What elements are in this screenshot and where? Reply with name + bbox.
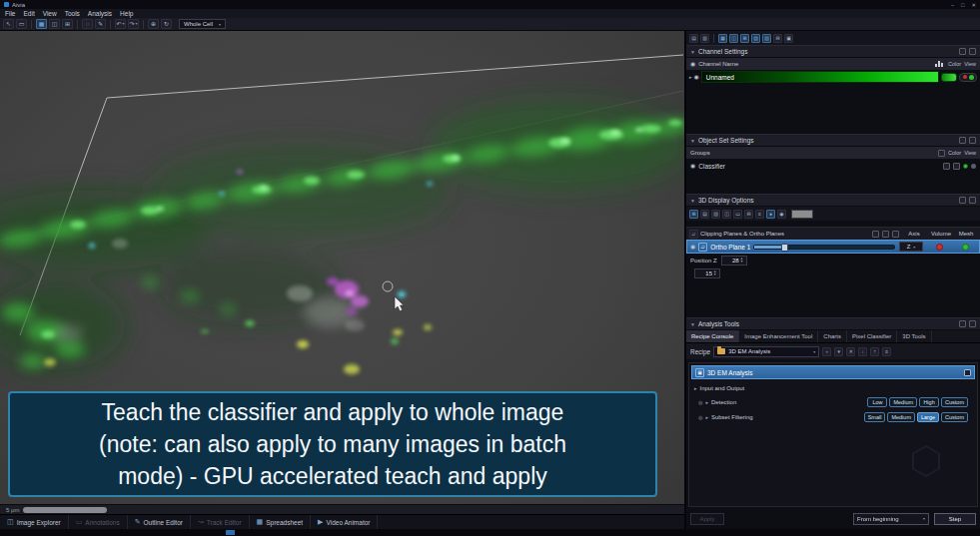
ortho-position-slider[interactable] bbox=[753, 245, 895, 250]
menu-tools[interactable]: Tools bbox=[65, 10, 80, 17]
lighting-icon[interactable]: ● bbox=[766, 210, 775, 219]
detection-low-button[interactable]: Low bbox=[867, 397, 887, 407]
subset-filtering-row[interactable]: ◎ ▸ Subset Filtering Small Medium Large … bbox=[689, 409, 977, 424]
pin-icon[interactable] bbox=[959, 197, 966, 204]
spinner-arrows-icon[interactable]: ▲▼ bbox=[740, 258, 743, 264]
subset-medium-button[interactable]: Medium bbox=[887, 412, 915, 422]
remove-plane-icon[interactable] bbox=[882, 231, 889, 238]
panel-list-icon[interactable]: ▤ bbox=[689, 34, 698, 43]
minimize-button[interactable]: – bbox=[951, 2, 954, 8]
classifier-color-swatch[interactable] bbox=[963, 164, 968, 169]
recipe-menu-icon[interactable]: ≡ bbox=[882, 347, 891, 356]
axis-dropdown[interactable]: Z▾ bbox=[899, 242, 923, 252]
group-options-icon[interactable] bbox=[938, 150, 945, 157]
object-set-settings-header[interactable]: ▼ Object Set Settings bbox=[686, 134, 980, 147]
expander-icon[interactable]: ▸ bbox=[705, 399, 708, 405]
quad-view-icon[interactable]: ⊞ bbox=[62, 19, 73, 29]
thickness-input[interactable] bbox=[696, 270, 712, 276]
delete-recipe-icon[interactable]: ✕ bbox=[846, 347, 855, 356]
layout-6-icon[interactable]: ⊟ bbox=[773, 34, 782, 43]
position-spinner[interactable]: ▲▼ bbox=[721, 256, 747, 266]
viewport-3d[interactable]: Teach the classifier and apply to whole … bbox=[0, 31, 684, 504]
from-beginning-dropdown[interactable]: From beginning ▾ bbox=[853, 513, 929, 525]
spinner-arrows-icon[interactable]: ▲▼ bbox=[713, 270, 716, 276]
display-options-header[interactable]: ▼ 3D Display Options bbox=[686, 194, 980, 207]
subset-large-button[interactable]: Large bbox=[917, 412, 939, 422]
statusbar-image-explorer[interactable]: ◫Image Explorer bbox=[0, 515, 69, 529]
tab-pixel-classifier[interactable]: Pixel Classifier bbox=[847, 330, 897, 342]
statusbar-track-editor[interactable]: ↝Track Editor bbox=[191, 515, 250, 529]
pin-icon[interactable] bbox=[959, 137, 966, 144]
thickness-spinner[interactable]: ▲▼ bbox=[694, 268, 720, 278]
detection-mode-dropdown[interactable]: Whole Cell ▾ bbox=[179, 19, 226, 29]
input-output-row[interactable]: ▸ Input and Output bbox=[689, 381, 977, 394]
statusbar-outline-editor[interactable]: ✎Outline Editor bbox=[128, 515, 191, 529]
volume-toggle[interactable] bbox=[936, 244, 943, 251]
detection-custom-button[interactable]: Custom bbox=[941, 397, 968, 407]
popout-icon[interactable] bbox=[969, 48, 976, 55]
subset-custom-button[interactable]: Custom bbox=[941, 412, 968, 422]
import-recipe-icon[interactable]: ↓ bbox=[858, 347, 867, 356]
detection-row[interactable]: ◎ ▸ Detection Low Medium High Custom bbox=[689, 394, 977, 409]
eye-all-icon[interactable]: ◉ bbox=[690, 61, 695, 67]
channel-settings-header[interactable]: ▼ Channel Settings bbox=[686, 45, 980, 58]
render-mode-icon[interactable]: ⊞ bbox=[689, 210, 698, 219]
menu-help[interactable]: Help bbox=[120, 10, 133, 17]
redo-icon[interactable]: ↷▾ bbox=[128, 19, 139, 29]
popout-icon[interactable] bbox=[969, 320, 976, 327]
rect-select-tool-icon[interactable]: ▭ bbox=[16, 19, 27, 29]
subset-small-button[interactable]: Small bbox=[864, 412, 886, 422]
clip-plane-icon[interactable]: ▭ bbox=[733, 210, 742, 219]
tab-recipe-console[interactable]: Recipe Console bbox=[686, 330, 739, 342]
split-view-icon[interactable]: ◫ bbox=[49, 19, 60, 29]
classifier-view-toggle[interactable] bbox=[971, 164, 976, 169]
export-recipe-icon[interactable]: ↑ bbox=[870, 347, 879, 356]
blend-mode-icon[interactable]: ▧ bbox=[711, 210, 720, 219]
rotate-tool-icon[interactable]: ↻ bbox=[161, 19, 172, 29]
expander-icon[interactable]: ▸ bbox=[705, 414, 708, 420]
popout-icon[interactable] bbox=[969, 137, 976, 144]
step-button[interactable]: Step bbox=[934, 513, 976, 525]
position-input[interactable] bbox=[723, 258, 739, 264]
measurement-table-icon[interactable] bbox=[943, 163, 950, 170]
pin-icon[interactable] bbox=[959, 320, 966, 327]
analysis-tools-header[interactable]: ▼ Analysis Tools bbox=[686, 317, 980, 330]
slider-handle[interactable] bbox=[781, 244, 788, 252]
add-plane-icon[interactable] bbox=[872, 231, 879, 238]
detection-medium-button[interactable]: Medium bbox=[889, 397, 917, 407]
scale-bar-icon[interactable]: ≡ bbox=[755, 210, 764, 219]
undo-icon[interactable]: ↶▾ bbox=[115, 19, 126, 29]
ortho-plane-visibility-icon[interactable]: ◉ bbox=[690, 244, 695, 250]
panel-pin-icon[interactable]: ▥ bbox=[700, 34, 709, 43]
popout-icon[interactable] bbox=[969, 197, 976, 204]
classifier-row[interactable]: ◉ Classifier bbox=[686, 159, 980, 173]
save-recipe-icon[interactable]: ▾ bbox=[834, 347, 843, 356]
layout-7-icon[interactable]: ▣ bbox=[784, 34, 793, 43]
step-radio-icon[interactable]: ◎ bbox=[698, 414, 702, 420]
channel-row[interactable]: ▸ ◉ Unnamed bbox=[686, 70, 980, 84]
layout-3-icon[interactable]: ⊞ bbox=[740, 34, 749, 43]
apply-button[interactable]: Apply bbox=[690, 513, 724, 525]
reset-plane-icon[interactable] bbox=[892, 231, 899, 238]
channel-visibility-icon[interactable]: ◉ bbox=[694, 74, 699, 80]
menu-edit[interactable]: Edit bbox=[23, 10, 34, 17]
tab-image-enhancement[interactable]: Image Enhancement Tool bbox=[739, 330, 818, 342]
tab-3d-tools[interactable]: 3D Tools bbox=[897, 330, 931, 342]
move-tool-icon[interactable]: ⊕ bbox=[148, 19, 159, 29]
menu-file[interactable]: File bbox=[5, 10, 15, 17]
classifier-visibility-icon[interactable]: ◉ bbox=[690, 163, 695, 169]
ortho-slicer-icon[interactable]: ◫ bbox=[722, 210, 731, 219]
statusbar-video-animator[interactable]: ▶Video Animator bbox=[311, 515, 378, 529]
expander-icon[interactable]: ▸ bbox=[689, 74, 692, 80]
maximize-button[interactable]: □ bbox=[961, 2, 964, 8]
add-recipe-icon[interactable]: ＋ bbox=[822, 347, 831, 356]
mip-mode-icon[interactable]: ▤ bbox=[700, 210, 709, 219]
bounding-box-icon[interactable]: ⊟ bbox=[744, 210, 753, 219]
step-radio-icon[interactable]: ◎ bbox=[698, 399, 702, 405]
snapshot-icon[interactable]: ◉ bbox=[777, 210, 786, 219]
taskbar-app-icon[interactable] bbox=[226, 530, 235, 535]
layout-5-icon[interactable]: ▨ bbox=[762, 34, 771, 43]
channel-color-swatch[interactable] bbox=[941, 73, 957, 82]
statusbar-spreadsheet[interactable]: ▦Spreadsheet bbox=[250, 515, 312, 529]
mesh-toggle[interactable] bbox=[962, 244, 969, 251]
